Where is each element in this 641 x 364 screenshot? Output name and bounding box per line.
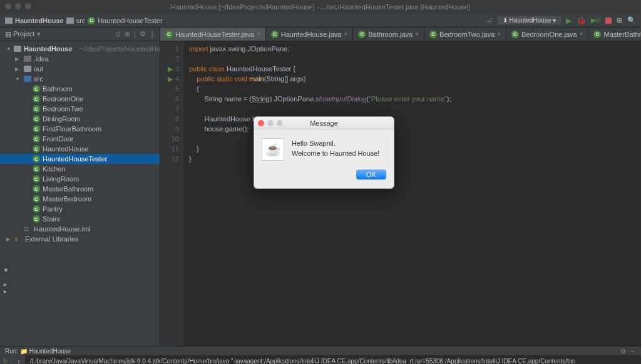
- gear-icon[interactable]: ⚙: [140, 30, 146, 38]
- class-icon: C: [33, 155, 40, 163]
- editor-tab[interactable]: CHauntedHouseTester.java×: [160, 28, 266, 41]
- java-icon: ☕: [262, 138, 284, 161]
- class-icon: C: [511, 31, 519, 38]
- line-gutter[interactable]: 12▶3▶456789101112: [160, 41, 184, 346]
- class-icon: C: [593, 31, 601, 38]
- project-panel-header[interactable]: ▤ Project ▾ ⊙ ⊕ | ⚙ ├: [0, 28, 160, 41]
- structure-icon[interactable]: ▸▸: [3, 281, 9, 295]
- window-titlebar: HauntedHouse [~/IdeaProjects/HauntedHous…: [0, 0, 641, 14]
- window-traffic-lights[interactable]: [5, 3, 31, 9]
- editor-tab[interactable]: CHauntedHouse.java×: [266, 28, 353, 41]
- console-output[interactable]: /Library/Java/JavaVirtualMachines/jdk-9.…: [25, 355, 641, 364]
- rerun-icon[interactable]: ↻: [3, 358, 10, 364]
- tree-folder-out[interactable]: ▶out: [0, 64, 160, 74]
- iml-icon: ⊡: [24, 226, 31, 232]
- folder-icon: [24, 76, 31, 82]
- class-icon: C: [271, 31, 279, 38]
- class-icon: C: [33, 185, 40, 193]
- dialog-titlebar: Message: [254, 117, 394, 129]
- project-panel: ▤ Project ▾ ⊙ ⊕ | ⚙ ├ ▼HauntedHouse ~/Id…: [0, 28, 160, 346]
- folder-icon: [24, 66, 31, 72]
- tree-class-item[interactable]: CFirstFloorBathroom: [0, 124, 160, 134]
- class-icon: C: [33, 115, 40, 123]
- debug-icon[interactable]: 🐞: [577, 16, 586, 25]
- run-panel: Run: 📁 HauntedHouse ⚙⫟ ↻ ■ ‖ ⊘ 📷 ⊞ ↑ ↓ ↲…: [0, 346, 641, 364]
- tree-class-item[interactable]: CMasterBathroom: [0, 184, 160, 194]
- class-icon: C: [33, 195, 40, 203]
- editor-tab[interactable]: CMasterBathroom.java×: [588, 28, 641, 41]
- close-icon[interactable]: ×: [257, 31, 260, 38]
- folder-icon: [14, 46, 21, 52]
- tree-class-item[interactable]: CDiningRoom: [0, 114, 160, 124]
- tree-class-item[interactable]: CHauntedHouse: [0, 144, 160, 154]
- close-icon[interactable]: ×: [415, 31, 419, 38]
- class-icon: C: [33, 165, 40, 173]
- tree-class-item[interactable]: CFrontDoor: [0, 134, 160, 144]
- tree-root[interactable]: ▼HauntedHouse ~/IdeaProjects/HauntedHous…: [0, 44, 160, 54]
- up-icon[interactable]: ↑: [17, 358, 21, 364]
- folder-icon: [5, 18, 13, 24]
- tree-folder-src[interactable]: ▼src: [0, 74, 160, 84]
- editor-tabs: CHauntedHouseTester.java×CHauntedHouse.j…: [160, 28, 641, 41]
- tree-class-item[interactable]: CPantry: [0, 204, 160, 214]
- close-icon[interactable]: ×: [580, 31, 583, 38]
- favorites-icon[interactable]: ★: [3, 266, 9, 273]
- collapse-icon[interactable]: ⊙: [115, 30, 121, 38]
- class-icon: C: [165, 31, 173, 38]
- class-icon: C: [88, 17, 95, 24]
- tree-class-item[interactable]: CHauntedHouseTester: [0, 154, 160, 164]
- run-side-toolbar: ↻ ■ ‖ ⊘ 📷 ⊞: [0, 355, 13, 364]
- editor-tab[interactable]: CBedroomTwo.java×: [424, 28, 506, 41]
- target-icon[interactable]: ⊕: [125, 30, 130, 38]
- tree-class-item[interactable]: CStairs: [0, 214, 160, 224]
- breadcrumb-folder[interactable]: src: [76, 17, 86, 24]
- close-icon[interactable]: ×: [497, 31, 501, 38]
- code-editor[interactable]: 12▶3▶456789101112 import javax.swing.JOp…: [160, 41, 641, 346]
- window-title: HauntedHouse [~/IdeaProjects/HauntedHous…: [171, 3, 470, 11]
- gear-icon[interactable]: ⚙: [620, 348, 626, 355]
- message-dialog: Message ☕ Hello Swapnil. Welcome to Haun…: [254, 116, 394, 189]
- hide-icon[interactable]: ├: [150, 30, 155, 38]
- class-icon: C: [33, 95, 40, 103]
- class-icon: C: [33, 135, 40, 143]
- editor-tab[interactable]: CBedroomOne.java×: [506, 28, 589, 41]
- nav-bar: HauntedHouse src C HauntedHouseTester ⥄ …: [0, 14, 641, 28]
- hide-icon[interactable]: ⫟: [630, 348, 636, 355]
- tree-external-libs[interactable]: ▶External Libraries: [0, 234, 160, 244]
- class-icon: C: [358, 31, 366, 38]
- dialog-message: Hello Swapnil. Welcome to Haunted House!: [292, 138, 379, 161]
- divider-icon: |: [134, 30, 136, 38]
- close-icon[interactable]: ×: [344, 31, 347, 38]
- run-config-selector[interactable]: ⬇ HauntedHouse ▾: [498, 16, 561, 24]
- search-icon[interactable]: 🔍: [627, 16, 636, 24]
- run-side-toolbar-2: ↑ ↓ ↲ 🖶 ⤓ 🗑: [13, 355, 25, 364]
- run-panel-header[interactable]: Run: 📁 HauntedHouse ⚙⫟: [0, 346, 641, 355]
- code-body[interactable]: import javax.swing.JOptionPane; public c…: [184, 41, 641, 346]
- folder-icon: [66, 18, 74, 24]
- tree-class-item[interactable]: CMasterBedroom: [0, 194, 160, 204]
- folder-icon: [24, 56, 31, 62]
- tree-class-item[interactable]: CBathroom: [0, 84, 160, 94]
- project-tree[interactable]: ▼HauntedHouse ~/IdeaProjects/HauntedHous…: [0, 41, 160, 246]
- dialog-traffic-lights[interactable]: [258, 120, 283, 126]
- run-icon[interactable]: ▶: [566, 16, 572, 25]
- breadcrumb-file[interactable]: HauntedHouseTester: [98, 17, 162, 24]
- stop-icon[interactable]: [605, 18, 612, 24]
- class-icon: C: [33, 125, 40, 133]
- tree-class-item[interactable]: CBedroomTwo: [0, 104, 160, 114]
- tree-class-item[interactable]: CLivingRoom: [0, 174, 160, 184]
- ok-button[interactable]: OK: [356, 169, 386, 179]
- class-icon: C: [33, 215, 40, 223]
- run-anything-icon[interactable]: ⥄: [487, 16, 493, 24]
- tree-class-item[interactable]: CBedroomOne: [0, 94, 160, 104]
- layout-icon[interactable]: ⊞: [617, 16, 622, 24]
- tree-class-item[interactable]: CKitchen: [0, 164, 160, 174]
- tree-folder-idea[interactable]: ▶.idea: [0, 54, 160, 64]
- coverage-icon[interactable]: ▶⎋: [591, 16, 600, 24]
- left-tool-strip: ★ ▸▸: [0, 263, 11, 325]
- breadcrumb-project[interactable]: HauntedHouse: [15, 17, 64, 24]
- tree-iml[interactable]: ⊡HauntedHouse.iml: [0, 224, 160, 234]
- editor-area: CHauntedHouseTester.java×CHauntedHouse.j…: [160, 28, 641, 346]
- editor-tab[interactable]: CBathroom.java×: [353, 28, 424, 41]
- class-icon: C: [33, 105, 40, 113]
